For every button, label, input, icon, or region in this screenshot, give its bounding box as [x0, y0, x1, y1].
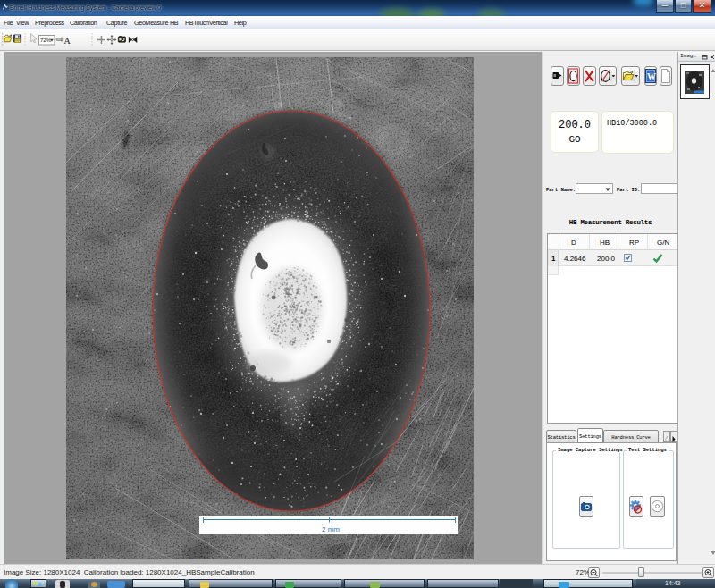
svg-text:2 mm: 2 mm: [322, 525, 340, 533]
svg-text:W: W: [647, 71, 656, 81]
svg-text:A: A: [64, 36, 72, 46]
svg-text:72%: 72%: [40, 38, 52, 43]
